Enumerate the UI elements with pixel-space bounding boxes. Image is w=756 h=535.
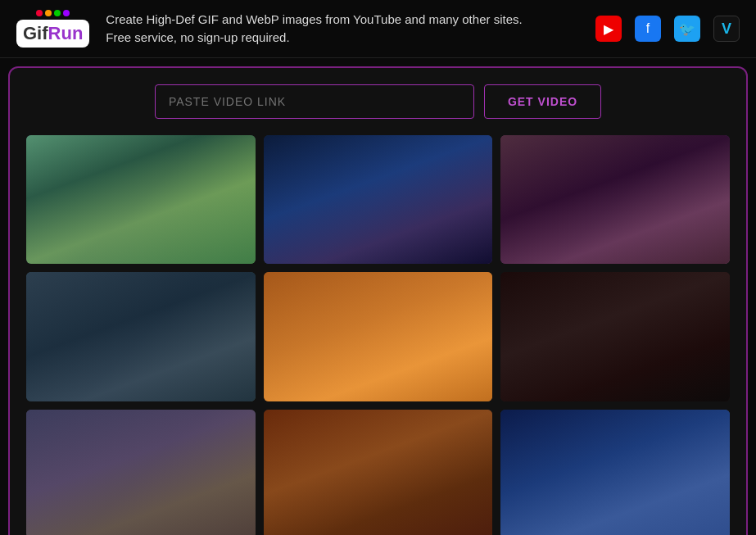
tagline-line1: Create High-Def GIF and WebP images from… (106, 12, 522, 26)
header-tagline: Create High-Def GIF and WebP images from… (106, 11, 579, 48)
video-thumb-1[interactable] (26, 135, 256, 264)
dot-green (54, 10, 61, 16)
video-grid (26, 135, 730, 535)
social-icons: ▶ f 🐦 V (595, 16, 740, 42)
logo-dots (36, 10, 70, 16)
facebook-icon[interactable]: f (635, 16, 661, 42)
video-link-input[interactable] (155, 84, 474, 119)
main-content-area: GET VIDEO (8, 66, 748, 535)
twitter-icon[interactable]: 🐦 (674, 16, 700, 42)
vimeo-icon[interactable]: V (713, 16, 740, 42)
get-video-button[interactable]: GET VIDEO (484, 84, 601, 119)
tagline-line2: Free service, no sign-up required. (106, 30, 289, 44)
video-thumb-2[interactable] (264, 135, 493, 264)
dot-red (36, 10, 43, 16)
search-row: GET VIDEO (26, 84, 730, 119)
logo-run-text: Run (48, 23, 84, 44)
gifrun-logo: Gif Run (16, 20, 89, 48)
video-thumb-3[interactable] (500, 135, 730, 264)
video-thumb-4[interactable] (26, 272, 256, 401)
header: Gif Run Create High-Def GIF and WebP ima… (0, 0, 756, 58)
dot-orange (45, 10, 52, 16)
logo-gif-text: Gif (23, 23, 48, 44)
video-thumb-7[interactable] (26, 410, 256, 535)
youtube-icon[interactable]: ▶ (595, 16, 622, 42)
dot-purple (63, 10, 70, 16)
video-thumb-6[interactable] (500, 272, 730, 401)
video-thumb-5[interactable] (264, 272, 493, 401)
video-thumb-9[interactable] (500, 410, 730, 535)
logo-wrapper: Gif Run (16, 10, 89, 48)
video-thumb-8[interactable] (264, 410, 493, 535)
logo-container[interactable]: Gif Run (16, 10, 89, 48)
